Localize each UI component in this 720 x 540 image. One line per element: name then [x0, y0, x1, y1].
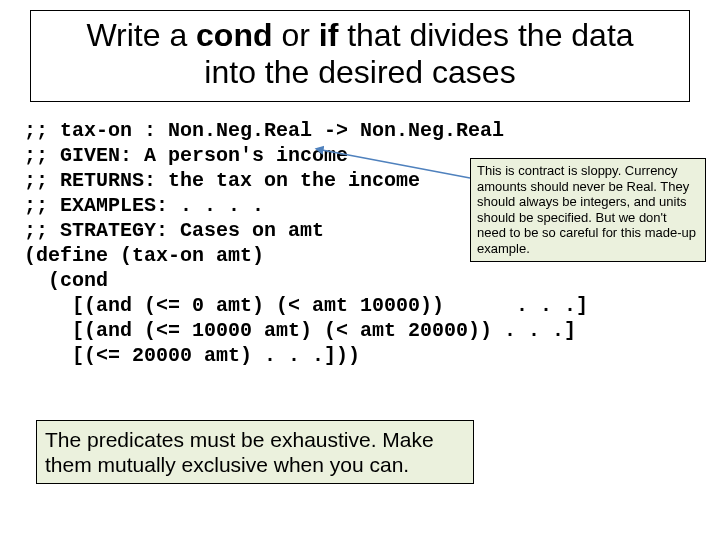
code-line: ;; EXAMPLES: . . . .: [24, 194, 264, 217]
code-line: (define (tax-on amt): [24, 244, 264, 267]
code-line: ;; GIVEN: A person's income: [24, 144, 348, 167]
note-box: The predicates must be exhaustive. Make …: [36, 420, 474, 484]
arrow-icon: [320, 148, 480, 188]
title-line2: into the desired cases: [204, 54, 515, 90]
code-line: [(and (<= 10000 amt) (< amt 20000)) . . …: [24, 319, 576, 342]
code-line: [(<= 20000 amt) . . .])): [24, 344, 360, 367]
code-line: (cond: [24, 269, 108, 292]
title-line1: Write a cond or if that divides the data: [86, 17, 633, 53]
svg-line-1: [322, 150, 470, 178]
slide-title: Write a cond or if that divides the data…: [30, 10, 690, 102]
code-line: ;; STRATEGY: Cases on amt: [24, 219, 324, 242]
code-line: [(and (<= 0 amt) (< amt 10000)) . . .]: [24, 294, 588, 317]
annotation-box: This is contract is sloppy. Currency amo…: [470, 158, 706, 262]
code-line: ;; tax-on : Non.Neg.Real -> Non.Neg.Real: [24, 119, 504, 142]
